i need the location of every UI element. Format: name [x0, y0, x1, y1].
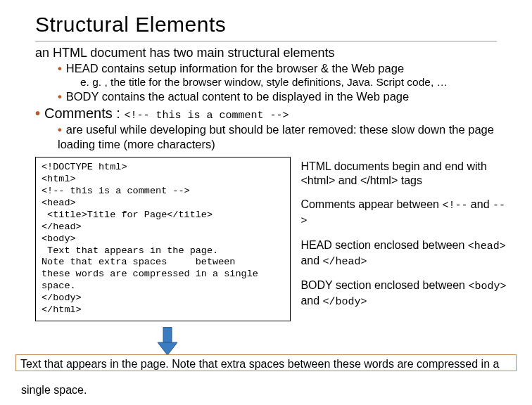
text: BODY section enclosed between	[300, 279, 468, 291]
bullet-icon: •	[58, 123, 62, 136]
code-text: <head>	[468, 240, 506, 252]
two-column-area: <!DOCTYPE html> <html> <!-- this is a co…	[35, 157, 511, 321]
bullet-head: •HEAD contains setup information for the…	[0, 61, 532, 76]
bullet-comments-sub: •are useful while developing but should …	[0, 122, 532, 151]
comments-sub-text: are useful while developing but should b…	[58, 123, 494, 150]
bullet-head-text: HEAD contains setup information for the …	[66, 62, 404, 75]
code-example-box: <!DOCTYPE html> <html> <!-- this is a co…	[35, 157, 291, 321]
text: </html>	[360, 174, 398, 186]
text: Comments appear between	[300, 198, 442, 210]
text: tags	[398, 174, 422, 186]
explanation-comments: Comments appear between <!-- and -->	[300, 198, 511, 229]
text: and	[335, 174, 360, 186]
svg-marker-1	[158, 342, 177, 355]
text: HEAD section enclosed between	[300, 239, 467, 251]
title-underline	[35, 41, 497, 41]
explanation-body: BODY section enclosed between <body> and…	[300, 278, 511, 309]
bullet-body-text: BODY contains the actual content to be d…	[66, 90, 409, 103]
text: and	[467, 198, 493, 210]
explanation-html-tags: HTML documents begin and end with <html>…	[300, 160, 511, 188]
comments-code: <!-- this is a comment -->	[124, 110, 289, 122]
bullet-comments: •Comments : <!-- this is a comment -->	[0, 105, 532, 122]
bullet-icon: •	[58, 90, 62, 103]
intro-text: an HTML document has two main structural…	[0, 46, 532, 61]
text: HTML documents begin and end with	[300, 160, 486, 172]
text: and	[300, 295, 322, 307]
svg-rect-0	[163, 327, 172, 342]
bullet-body: •BODY contains the actual content to be …	[0, 89, 532, 104]
bullet-icon: •	[58, 62, 62, 75]
explanation-column: HTML documents begin and end with <html>…	[300, 157, 511, 321]
code-text: <body>	[468, 281, 506, 292]
text: and	[300, 255, 322, 266]
bullet-head-example: e. g. , the title for the browser window…	[0, 75, 532, 89]
slide-title: Structural Elements	[0, 0, 532, 38]
code-text: <!--	[442, 200, 467, 212]
code-text: </body>	[323, 296, 367, 308]
text: <html>	[300, 174, 335, 186]
bullet-icon: •	[35, 105, 40, 121]
output-text-line2: single space.	[21, 384, 87, 397]
comments-label: Comments :	[44, 105, 124, 121]
output-text-line1: Text that appears in the page. Note that…	[20, 358, 499, 370]
explanation-head: HEAD section enclosed between <head> and…	[300, 238, 511, 269]
code-text: </head>	[323, 256, 367, 268]
rendered-output-box: Text that appears in the page. Note that…	[15, 354, 517, 371]
